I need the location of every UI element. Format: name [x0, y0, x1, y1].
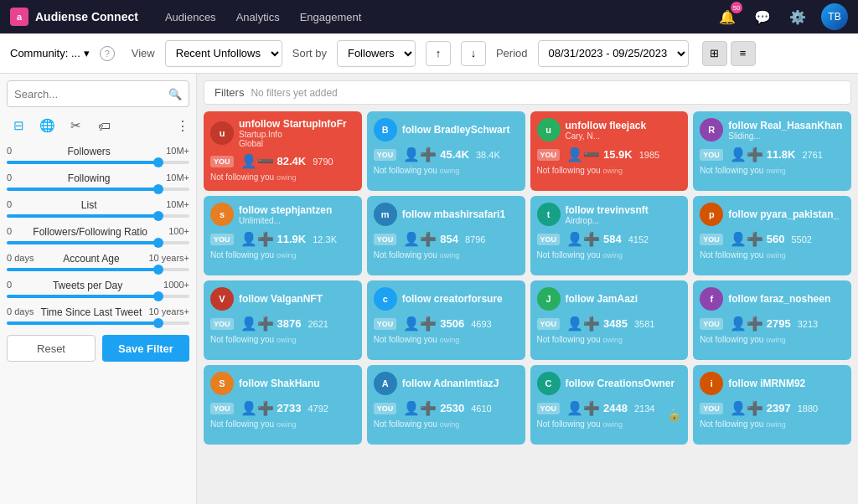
- ratio-slider-track[interactable]: [7, 241, 189, 244]
- card-footer: Not following you owing: [537, 250, 682, 260]
- sort-select[interactable]: Followers: [337, 40, 416, 67]
- card-footer: Not following you owing: [374, 166, 519, 175]
- list-slider-thumb[interactable]: [153, 211, 163, 221]
- card-item[interactable]: c follow creatorforsure YOU 👤➕ 3506 4693…: [367, 280, 525, 360]
- top-nav: a Audiense Connect Audiences Analytics E…: [0, 0, 858, 33]
- follow-icon: 👤➕: [240, 231, 274, 247]
- stat-following: 1985: [639, 150, 659, 160]
- stat-following: 4792: [308, 404, 328, 414]
- follow-icon: 👤➕: [403, 400, 437, 416]
- stat-following: 3213: [798, 319, 818, 329]
- card-sub: Cary, N...: [566, 131, 682, 141]
- filter-globe-icon[interactable]: 🌐: [35, 114, 59, 137]
- stat-block-followers: 👤➕ 3506: [403, 316, 464, 332]
- messages-button[interactable]: 💬: [751, 5, 774, 28]
- filter-sliders-icon[interactable]: ⊟: [7, 114, 30, 137]
- filter-scissors-icon[interactable]: ✂: [64, 114, 87, 137]
- card-avatar: u: [210, 121, 234, 145]
- card-header: J follow JamAazi: [537, 287, 682, 311]
- card-item[interactable]: s follow stephjantzen Unlimited... YOU 👤…: [204, 196, 362, 275]
- search-input[interactable]: [14, 88, 168, 100]
- card-footer: Not following you owing: [700, 166, 845, 175]
- nav-audiences[interactable]: Audiences: [165, 11, 216, 23]
- card-item[interactable]: p follow pyara_pakistan_ YOU 👤➕ 560 5502…: [693, 196, 851, 275]
- card-sub: Unlimited...: [239, 216, 355, 225]
- followers-slider-thumb[interactable]: [153, 157, 163, 167]
- time-since-tweet-slider-track[interactable]: [7, 321, 189, 325]
- you-badge: YOU: [374, 318, 397, 330]
- card-item[interactable]: A follow AdnanImtiazJ YOU 👤➕ 2530 4610 N…: [367, 365, 525, 445]
- stat-following: 9790: [313, 157, 333, 167]
- card-item[interactable]: R follow Real_HasanKhan Sliding... YOU 👤…: [693, 111, 851, 191]
- filters-value: No filters yet added: [251, 87, 337, 99]
- card-name: follow stephjantzen: [239, 204, 355, 216]
- followers-filter: 0 Followers 10M+: [7, 146, 189, 164]
- view-select[interactable]: Recent Unfollows: [165, 40, 282, 67]
- more-options-icon[interactable]: ⋮: [176, 118, 189, 134]
- following-slider-track[interactable]: [7, 188, 189, 191]
- card-item[interactable]: u unfollow fleejack Cary, N... YOU 👤➖ 15…: [530, 111, 689, 191]
- logo-icon: a: [10, 8, 28, 26]
- card-item[interactable]: B follow BradleySchwart YOU 👤➕ 45.4K 38.…: [367, 111, 525, 191]
- list-filter: 0 List 10M+: [7, 199, 189, 218]
- card-header: c follow creatorforsure: [374, 287, 519, 311]
- following-filter: 0 Following 10M+: [7, 172, 189, 191]
- search-bar[interactable]: 🔍: [7, 80, 189, 107]
- stat-block-followers: 👤➕ 854: [403, 231, 458, 247]
- card-item[interactable]: m follow mbashirsafari1 YOU 👤➕ 854 8796 …: [367, 196, 525, 275]
- user-avatar[interactable]: TB: [821, 3, 848, 30]
- follow-icon: 👤➕: [403, 147, 437, 162]
- card-footer: Not following you owing: [210, 335, 355, 344]
- tweets-per-day-slider-track[interactable]: [7, 295, 189, 298]
- card-avatar: S: [210, 372, 234, 395]
- stat-followers: 15.9K: [603, 148, 633, 161]
- ratio-slider-thumb[interactable]: [153, 238, 163, 248]
- notifications-button[interactable]: 🔔 50: [716, 5, 739, 28]
- filter-tag-icon[interactable]: 🏷: [92, 114, 116, 137]
- card-avatar: s: [210, 203, 234, 226]
- period-select[interactable]: 08/31/2023 - 09/25/2023: [538, 40, 689, 67]
- following-slider-thumb[interactable]: [153, 184, 163, 194]
- help-icon[interactable]: ?: [100, 46, 115, 61]
- you-badge: YOU: [537, 403, 561, 414]
- account-age-slider-track[interactable]: [7, 268, 189, 271]
- grid-view-button[interactable]: ⊞: [702, 41, 727, 66]
- card-item[interactable]: t follow trevinvsnft Airdrop... YOU 👤➕ 5…: [530, 196, 689, 275]
- tweets-per-day-slider-thumb[interactable]: [153, 291, 163, 301]
- settings-button[interactable]: ⚙️: [786, 5, 809, 28]
- sort-asc-button[interactable]: ↑: [426, 41, 451, 66]
- card-header: B follow BradleySchwart: [374, 118, 519, 141]
- card-name: follow ShakHanu: [239, 378, 355, 389]
- you-badge: YOU: [374, 234, 397, 245]
- reset-button[interactable]: Reset: [7, 335, 96, 362]
- card-item[interactable]: C follow CreationsOwner YOU 👤➕ 2448 2134…: [530, 365, 689, 445]
- nav-analytics[interactable]: Analytics: [236, 11, 280, 23]
- app-title: Audiense Connect: [35, 10, 138, 23]
- time-since-tweet-slider-thumb[interactable]: [153, 318, 163, 328]
- card-header: m follow mbashirsafari1: [374, 203, 519, 226]
- card-item[interactable]: i follow iMRNM92 YOU 👤➕ 2397 1880 Not fo…: [693, 365, 851, 445]
- card-name: follow Real_HasanKhan: [728, 120, 845, 131]
- account-age-slider-thumb[interactable]: [153, 265, 163, 275]
- nav-engagement[interactable]: Engagement: [300, 11, 362, 23]
- card-item[interactable]: V follow ValganNFT YOU 👤➕ 3876 2621 Not …: [204, 280, 362, 360]
- card-header: C follow CreationsOwner: [537, 372, 682, 395]
- card-footer: Not following you owing: [210, 250, 355, 260]
- card-name: follow BradleySchwart: [402, 124, 519, 136]
- following-label: Following: [68, 172, 111, 184]
- lock-icon: 🔒: [667, 408, 681, 421]
- followers-slider-track[interactable]: [7, 161, 189, 164]
- community-selector[interactable]: Community: ... ▾: [10, 47, 90, 59]
- list-view-button[interactable]: ≡: [731, 41, 756, 66]
- card-item[interactable]: S follow ShakHanu YOU 👤➕ 2733 4792 Not f…: [204, 365, 362, 445]
- card-item[interactable]: f follow faraz_nosheen YOU 👤➕ 2795 3213 …: [693, 280, 851, 360]
- save-filter-button[interactable]: Save Filter: [102, 335, 189, 362]
- list-slider-track[interactable]: [7, 214, 189, 218]
- card-header: t follow trevinvsnft Airdrop...: [537, 203, 682, 226]
- card-item[interactable]: J follow JamAazi YOU 👤➕ 3485 3581 Not fo…: [530, 280, 689, 360]
- card-footer: Not following you owing: [374, 419, 519, 429]
- sort-desc-button[interactable]: ↓: [461, 41, 486, 66]
- followers-label: Followers: [67, 146, 110, 157]
- card-item[interactable]: u unfollow StartupInfoFr Startup.Info Gl…: [204, 111, 362, 191]
- logo-area: a Audiense Connect: [10, 8, 138, 26]
